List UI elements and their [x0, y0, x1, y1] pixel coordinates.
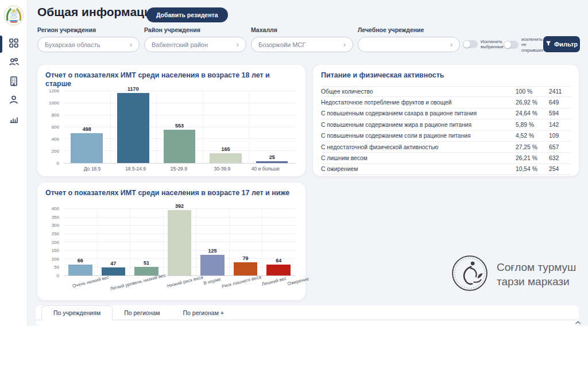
table-row: С лишним весом26,21 %632 — [321, 153, 571, 164]
bar-value-label: 1170 — [127, 86, 139, 92]
bar: 66 — [68, 265, 92, 275]
row-percent: 26,21 % — [516, 155, 549, 161]
bar: 1170 — [117, 93, 149, 163]
dashboard-page: Общая информация Добавить резидента Реги… — [0, 0, 588, 326]
state-emblem-logo — [3, 5, 24, 26]
mahalla-label: Махалля — [251, 26, 353, 33]
y-tick-label: 0 — [57, 273, 59, 278]
y-tick-label: 800 — [52, 112, 59, 118]
row-percent: 26,92 % — [516, 99, 549, 106]
exclude-selected-toggle[interactable] — [463, 40, 478, 48]
district-value: Вабкентский район — [152, 41, 208, 48]
row-count: 649 — [549, 99, 571, 106]
x-tick-label: 18.5-24.9 — [114, 164, 157, 172]
chart-title-children: Отчет о показателях ИМТ среди населения … — [45, 189, 297, 197]
y-tick-label: 0 — [57, 161, 59, 166]
bar-value-label: 25 — [269, 154, 275, 160]
row-label: С повышенным содержанием соли в рационе … — [321, 133, 516, 139]
bar: 392 — [168, 210, 191, 275]
bar-value-label: 79 — [243, 255, 249, 261]
bar-slot: 1170 — [110, 91, 157, 163]
filter-button[interactable]: Фильтр — [543, 36, 580, 52]
x-axis-labels: До 18.518.5-24.925-29.930-39.940 и больш… — [71, 164, 287, 172]
y-tick-label: 300 — [52, 223, 59, 228]
bar: 165 — [210, 153, 242, 163]
x-tick-label: 40 и больше — [244, 164, 287, 172]
building-icon — [9, 76, 19, 89]
district-select[interactable]: Вабкентский район › — [144, 37, 246, 52]
bar-value-label: 66 — [78, 258, 83, 263]
y-tick-label: 1000 — [49, 100, 59, 106]
sidebar-item-users[interactable] — [0, 57, 28, 69]
sidebar-item-facilities[interactable] — [0, 76, 28, 88]
sidebar-item-reports[interactable] — [0, 114, 28, 126]
filter-mahalla: Махалля Бозоржойи МСГ › — [251, 26, 353, 52]
mahalla-select[interactable]: Бозоржойи МСГ › — [251, 37, 353, 52]
table-row: Общее количество100 %2411 — [321, 86, 571, 97]
bar-value-label: 498 — [83, 126, 91, 132]
row-count: 594 — [549, 110, 571, 117]
table-row: С повышенным содержанием сахара в рацион… — [321, 108, 571, 119]
table-row: С ожирением10,54 %254 — [321, 164, 571, 175]
bar-slot: 392 — [163, 209, 196, 275]
x-tick-label: Лишний вес — [261, 274, 287, 287]
bar: 64 — [266, 265, 290, 275]
bar-value-label: 125 — [208, 248, 217, 254]
person-icon — [9, 95, 19, 107]
exclude-not-opened-toggle[interactable] — [504, 41, 519, 49]
tabs-card-bottom — [36, 320, 579, 326]
x-tick-label: 25-29.9 — [157, 164, 200, 172]
logo-line1: Соғлом турмуш — [497, 260, 576, 274]
row-label: Общее количество — [321, 88, 516, 95]
y-axis: 020040060080010001200 — [44, 91, 61, 164]
table-row: Недостаточное потребление фруктов и овощ… — [321, 97, 571, 108]
sidebar-item-profile[interactable] — [0, 95, 28, 107]
y-tick-label: 600 — [52, 125, 59, 130]
bar: 498 — [71, 133, 103, 163]
facility-select[interactable]: › — [358, 37, 460, 52]
y-tick-label: 50 — [54, 265, 59, 270]
nutrition-card: Питание и физическая активность Общее ко… — [313, 65, 579, 176]
bar-value-label: 392 — [175, 203, 184, 209]
sidebar — [0, 0, 28, 326]
bmi-chart-children: 050100150200250300350400 664751392125796… — [44, 205, 297, 276]
y-tick-label: 350 — [52, 215, 59, 220]
x-tick-label: 30-39.9 — [200, 164, 243, 172]
tab-2[interactable]: По регионам — [113, 305, 171, 320]
chevron-right-icon: › — [450, 41, 452, 49]
region-select[interactable]: Бухарская область › — [37, 37, 140, 52]
row-percent: 5,89 % — [516, 122, 549, 128]
bar-slot: 498 — [64, 91, 110, 163]
y-tick-label: 200 — [52, 240, 59, 245]
table-row: С недостаточной физической активностью27… — [321, 142, 571, 153]
bmi-chart-adults-card: Отчет о показателях ИМТ среди населения … — [37, 65, 305, 176]
exclude-not-opened-label: исключить не открывших — [521, 37, 544, 53]
bar-slot: 165 — [203, 91, 249, 163]
people-icon — [9, 57, 20, 69]
y-tick-label: 200 — [52, 149, 59, 154]
bar-value-label: 51 — [144, 260, 149, 266]
row-percent: 4,52 % — [516, 133, 549, 139]
plot-area: 6647513921257964 — [64, 209, 295, 276]
row-label: С повышенным содержанием сахара в рацион… — [321, 110, 516, 117]
scroll-up-button[interactable] — [573, 319, 582, 326]
row-count: 657 — [549, 144, 571, 150]
add-resident-button[interactable]: Добавить резидента — [146, 7, 228, 22]
row-percent: 10,54 % — [516, 166, 549, 172]
bar-chart-icon — [9, 114, 19, 126]
sidebar-item-dashboard[interactable] — [0, 38, 28, 51]
row-percent: 24,64 % — [516, 110, 549, 117]
bar-slot: 51 — [130, 209, 163, 275]
region-value: Бухарская область — [45, 41, 100, 48]
filter-district: Район учреждения Вабкентский район › — [144, 26, 246, 52]
sidebar-nav — [0, 38, 28, 126]
y-tick-label: 150 — [52, 248, 59, 253]
row-label: С повышенным содержанием жира в рационе … — [321, 122, 516, 128]
bmi-chart-adults: 020040060080010001200 498117055316525 До… — [44, 88, 297, 164]
bar: 125 — [200, 255, 224, 275]
funnel-icon — [546, 41, 551, 48]
tab-3[interactable]: По регионам + — [172, 305, 235, 320]
chevron-right-icon: › — [130, 41, 132, 49]
tab-1[interactable]: По учреждениям — [41, 305, 113, 320]
page-title: Общая информация — [37, 5, 158, 19]
